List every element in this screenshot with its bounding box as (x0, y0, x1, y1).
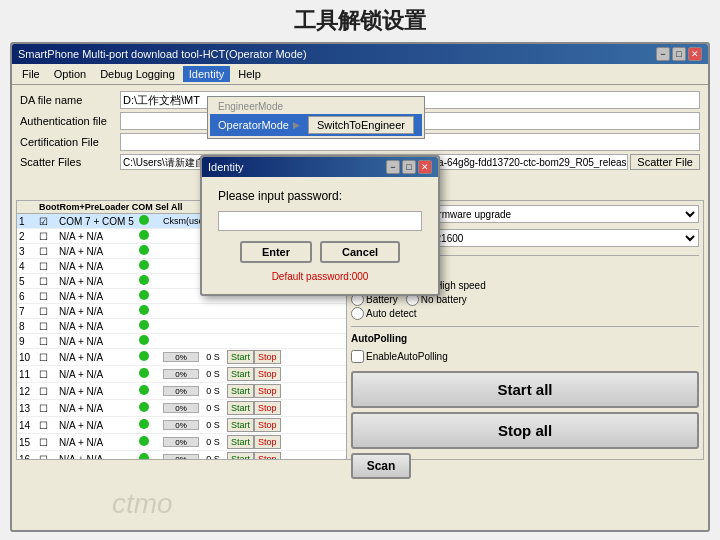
auto-detect-label[interactable]: Auto detect (351, 307, 417, 320)
type-select[interactable]: Firmware upgrade (425, 205, 699, 223)
row-checkbox[interactable]: ☐ (39, 276, 59, 287)
row-port: N/A + N/A (59, 231, 139, 242)
row-num: 8 (19, 321, 39, 332)
row-checkbox[interactable]: ☐ (39, 261, 59, 272)
start-button[interactable]: Start (227, 401, 254, 415)
row-port: COM 7 + COM 5 (59, 216, 139, 227)
led-icon (139, 368, 163, 380)
row-checkbox[interactable]: ☐ (39, 420, 59, 431)
start-button[interactable]: Start (227, 367, 254, 381)
row-checkbox[interactable]: ☐ (39, 437, 59, 448)
progress-bar: 0% (163, 454, 199, 460)
table-row: 7 ☐ N/A + N/A (17, 304, 346, 319)
progress-bar: 0% (163, 403, 199, 413)
led-icon (139, 305, 163, 317)
operator-mode-item[interactable]: OperatorMode ▶ SwitchToEngineer (210, 114, 422, 136)
row-checkbox[interactable]: ☐ (39, 386, 59, 397)
row-sec: 0 S (199, 454, 227, 460)
minimize-button[interactable]: − (656, 47, 670, 61)
row-checkbox[interactable]: ☐ (39, 454, 59, 461)
dropdown-arrow-icon: ▶ (293, 120, 300, 130)
enable-auto-polling-label[interactable]: EnableAutoPolling (351, 350, 699, 363)
cert-file-label: Certification File (20, 136, 120, 148)
row-checkbox[interactable]: ☐ (39, 246, 59, 257)
row-num: 12 (19, 386, 39, 397)
table-row: 14 ☐ N/A + N/A 0% 0 S Start Stop (17, 417, 346, 434)
enable-auto-polling-checkbox[interactable] (351, 350, 364, 363)
identity-dropdown: EngineerMode OperatorMode ▶ SwitchToEngi… (207, 96, 425, 139)
auth-file-label: Authentication file (20, 115, 120, 127)
row-checkbox[interactable]: ☐ (39, 306, 59, 317)
modal-buttons: Enter Cancel (218, 241, 422, 263)
row-checkbox[interactable]: ☐ (39, 291, 59, 302)
menu-debug-logging[interactable]: Debug Logging (94, 66, 181, 82)
menubar: File Option Debug Logging Identity Help (12, 64, 708, 85)
scan-button[interactable]: Scan (351, 453, 411, 479)
auto-detect-text: Auto detect (366, 308, 417, 319)
start-button[interactable]: Start (227, 452, 254, 460)
stop-all-button[interactable]: Stop all (351, 412, 699, 449)
start-button[interactable]: Start (227, 350, 254, 364)
progress-bar: 0% (163, 352, 199, 362)
close-button[interactable]: ✕ (688, 47, 702, 61)
row-port: N/A + N/A (59, 369, 139, 380)
led-icon (139, 402, 163, 414)
cancel-button[interactable]: Cancel (320, 241, 400, 263)
led-icon (139, 260, 163, 272)
stop-button[interactable]: Stop (254, 401, 281, 415)
page-title: 工具解锁设置 (0, 0, 720, 40)
stop-button[interactable]: Stop (254, 367, 281, 381)
row-port: N/A + N/A (59, 291, 139, 302)
start-all-button[interactable]: Start all (351, 371, 699, 408)
baud-select[interactable]: 921600 (425, 229, 699, 247)
scatter-file-button[interactable]: Scatter File (630, 154, 700, 170)
led-icon (139, 290, 163, 302)
enter-button[interactable]: Enter (240, 241, 312, 263)
start-button[interactable]: Start (227, 435, 254, 449)
table-row: 9 ☐ N/A + N/A (17, 334, 346, 349)
header-check (19, 202, 39, 212)
row-checkbox[interactable]: ☑ (39, 216, 59, 227)
stop-button[interactable]: Stop (254, 452, 281, 460)
row-num: 4 (19, 261, 39, 272)
row-checkbox[interactable]: ☐ (39, 369, 59, 380)
menu-identity[interactable]: Identity (183, 66, 230, 82)
auto-detect-radio[interactable] (351, 307, 364, 320)
stop-button[interactable]: Stop (254, 350, 281, 364)
divider2 (351, 326, 699, 327)
modal-title: Identity (208, 161, 243, 173)
row-checkbox[interactable]: ☐ (39, 321, 59, 332)
start-button[interactable]: Start (227, 418, 254, 432)
switch-to-engineer-button[interactable]: SwitchToEngineer (308, 116, 414, 134)
row-checkbox[interactable]: ☐ (39, 403, 59, 414)
start-button[interactable]: Start (227, 384, 254, 398)
row-port: N/A + N/A (59, 276, 139, 287)
row-checkbox[interactable]: ☐ (39, 352, 59, 363)
operator-mode-label: OperatorMode (218, 119, 289, 131)
menu-file[interactable]: File (16, 66, 46, 82)
menu-option[interactable]: Option (48, 66, 92, 82)
stop-button[interactable]: Stop (254, 384, 281, 398)
da-file-label: DA file name (20, 94, 120, 106)
row-checkbox[interactable]: ☐ (39, 231, 59, 242)
modal-close-button[interactable]: ✕ (418, 160, 432, 174)
maximize-button[interactable]: □ (672, 47, 686, 61)
table-row: 13 ☐ N/A + N/A 0% 0 S Start Stop (17, 400, 346, 417)
modal-minimize-button[interactable]: − (386, 160, 400, 174)
enable-auto-polling-text: EnableAutoPolling (366, 351, 448, 362)
table-row: 10 ☐ N/A + N/A 0% 0 S Start Stop (17, 349, 346, 366)
stop-button[interactable]: Stop (254, 418, 281, 432)
auto-polling-label: AutoPolling (351, 333, 699, 344)
row-sec: 0 S (199, 352, 227, 362)
row-port: N/A + N/A (59, 306, 139, 317)
modal-maximize-button[interactable]: □ (402, 160, 416, 174)
row-port: N/A + N/A (59, 246, 139, 257)
menu-help[interactable]: Help (232, 66, 267, 82)
row-num: 15 (19, 437, 39, 448)
password-input[interactable] (218, 211, 422, 231)
table-row: 11 ☐ N/A + N/A 0% 0 S Start Stop (17, 366, 346, 383)
row-num: 11 (19, 369, 39, 380)
table-row: 8 ☐ N/A + N/A (17, 319, 346, 334)
row-checkbox[interactable]: ☐ (39, 336, 59, 347)
stop-button[interactable]: Stop (254, 435, 281, 449)
